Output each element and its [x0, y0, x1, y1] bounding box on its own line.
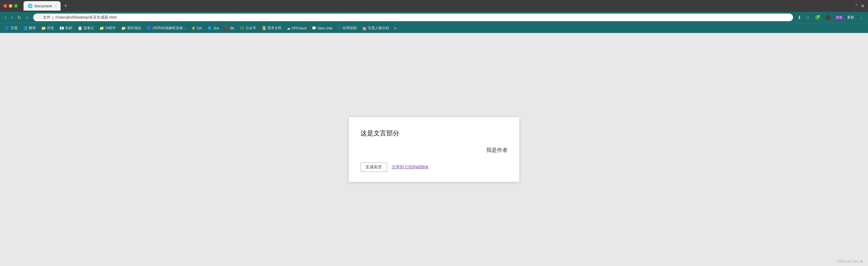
baidu-icon: 🔵 [5, 26, 9, 30]
more-bookmarks-button[interactable]: » [392, 25, 398, 32]
refresh-button[interactable]: ↻ [16, 13, 23, 22]
address-bar[interactable]: 📄 文件 | /Users/jhxl/Desktop/名言生成器.html [33, 13, 793, 21]
share-link[interactable]: 分享到 CSDN&Blink [392, 165, 428, 170]
bit-label: Bit [230, 26, 234, 30]
bookmark-jira[interactable]: 🔷 Jira [205, 25, 221, 31]
json-label: JSON在线解析及格... [152, 26, 186, 31]
bookmarks-bar: 🔵 百度 📘 翻译 📁 历史 📧 私邮 📋 蓝奏云 📁 UI组件 📁 项目地址 [0, 23, 868, 33]
bookmark-apicloud[interactable]: ☁ APICloud [284, 25, 309, 31]
translate-icon: 📘 [23, 26, 28, 30]
bookmark-mail[interactable]: 📧 私邮 [57, 25, 75, 31]
newchat-icon: 💬 [312, 26, 316, 30]
project-icon: 📁 [121, 26, 126, 30]
bookmark-ui[interactable]: 📁 UI组件 [97, 25, 118, 31]
watermark: CSDN @几何心鱼 [837, 259, 863, 264]
active-tab[interactable]: 🌐 Document × [24, 1, 61, 10]
ui-icon: 📁 [99, 26, 104, 30]
window-controls: ⌃ ✕ [855, 3, 865, 9]
nav-bar: ‹ › ↻ ⌂ 📄 文件 | /Users/jhxl/Desktop/名言生成器… [0, 12, 868, 23]
apicloud-icon: ☁ [287, 26, 290, 30]
jira-label: Jira [213, 26, 219, 30]
mail-label: 私邮 [65, 26, 72, 31]
address-path: /Users/jhxl/Desktop/名言生成器.html [55, 15, 117, 20]
user-button[interactable]: 双世 [835, 15, 844, 20]
quote-actions: 生成名言 分享到 CSDN&Blink [361, 162, 507, 172]
window-collapse-button[interactable]: ⌃ [855, 3, 858, 9]
faceai-label: 百度人脸识别 [368, 26, 389, 31]
extensions-button[interactable]: 🧩 [813, 14, 822, 21]
more-button[interactable]: ⋮ [858, 14, 865, 21]
docs-label: 需求文档 [267, 26, 281, 31]
minimize-window-button[interactable] [9, 4, 12, 8]
ui-label: UI组件 [105, 26, 116, 31]
new-tab-button[interactable]: + [62, 2, 70, 10]
bookmark-button[interactable]: ☆ [805, 14, 811, 21]
history-icon: 📁 [41, 26, 46, 30]
sidebar-button[interactable]: ⬛ [824, 14, 833, 21]
oa-label: OA [197, 26, 202, 30]
bookmark-appfortify[interactable]: 🛡 应用加固 [335, 25, 359, 31]
quote-text: 这是文言部分 [361, 129, 507, 138]
bit-icon: 💼 [224, 26, 229, 30]
lanzou-icon: 📋 [78, 26, 82, 30]
bookmark-translate[interactable]: 📘 翻译 [21, 25, 38, 31]
bookmark-oa[interactable]: ⚡ OA [189, 25, 204, 31]
back-button[interactable]: ‹ [3, 13, 8, 21]
tab-title: Document [34, 4, 52, 8]
tab-favicon: 🌐 [28, 3, 33, 8]
maximize-window-button[interactable] [14, 4, 18, 8]
address-protocol-icon: 📄 [37, 15, 41, 20]
mail-icon: 📧 [59, 26, 64, 30]
bookmark-json[interactable]: 🟦 JSON在线解析及格... [144, 25, 188, 31]
gzh-icon: 🌿 [240, 26, 244, 30]
appfortify-icon: 🛡 [338, 26, 341, 30]
bookmark-gongzhonghao[interactable]: 🌿 公众号 [237, 25, 258, 31]
lanzou-label: 蓝奏云 [84, 26, 94, 31]
address-protocol: 文件 [43, 15, 51, 20]
quote-author: 我是作者 [361, 147, 507, 154]
download-button[interactable]: ⬇ [796, 14, 803, 21]
gzh-label: 公众号 [246, 26, 256, 31]
apicloud-label: APICloud [292, 26, 307, 30]
json-icon: 🟦 [147, 26, 151, 30]
appfortify-label: 应用加固 [343, 26, 356, 31]
history-label: 历史 [47, 26, 54, 31]
bookmark-docs[interactable]: 📗 需求文档 [259, 25, 284, 31]
update-button[interactable]: 更新 [846, 14, 856, 21]
project-label: 项目地址 [127, 26, 141, 31]
newchat-label: New chat [317, 26, 332, 30]
browser-window: 🌐 Document × + ⌃ ✕ ‹ › ↻ ⌂ 📄 文件 | /Users… [0, 0, 868, 266]
docs-icon: 📗 [261, 26, 266, 30]
nav-actions: ⬇ ☆ 🧩 ⬛ 双世 更新 ⋮ [796, 14, 865, 21]
bookmark-history[interactable]: 📁 历史 [39, 25, 57, 31]
window-close-button[interactable]: ✕ [861, 3, 865, 9]
bookmark-lanzou[interactable]: 📋 蓝奏云 [75, 25, 96, 31]
bookmark-baidu[interactable]: 🔵 百度 [2, 25, 20, 31]
quote-card: 这是文言部分 我是作者 生成名言 分享到 CSDN&Blink [349, 117, 519, 182]
bookmark-faceai[interactable]: 🤖 百度人脸识别 [360, 25, 391, 31]
address-separator: | [52, 15, 53, 20]
title-bar: 🌐 Document × + ⌃ ✕ [0, 0, 868, 12]
baidu-label: 百度 [10, 26, 18, 31]
tab-close-button[interactable]: × [55, 4, 57, 8]
traffic-lights [3, 4, 18, 8]
close-window-button[interactable] [3, 4, 7, 8]
faceai-icon: 🤖 [362, 26, 367, 30]
page-content: 这是文言部分 我是作者 生成名言 分享到 CSDN&Blink CSDN @几何… [0, 33, 868, 266]
home-button[interactable]: ⌂ [24, 13, 31, 21]
bookmark-newchat[interactable]: 💬 New chat [309, 25, 335, 31]
jira-icon: 🔷 [207, 26, 212, 30]
oa-icon: ⚡ [191, 26, 196, 30]
tab-bar: 🌐 Document × + [24, 1, 852, 10]
generate-button[interactable]: 生成名言 [361, 162, 387, 172]
translate-label: 翻译 [29, 26, 36, 31]
forward-button[interactable]: › [9, 13, 14, 21]
bookmark-project[interactable]: 📁 项目地址 [119, 25, 144, 31]
bookmark-bit[interactable]: 💼 Bit [222, 25, 237, 31]
